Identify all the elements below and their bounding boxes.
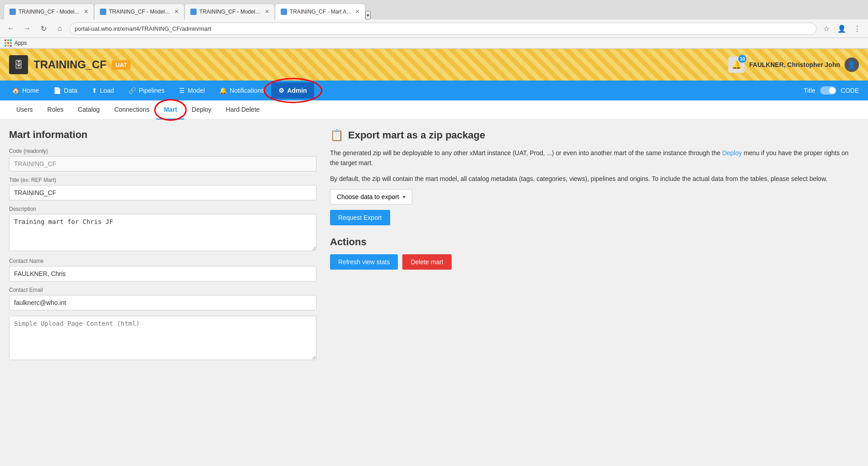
app-logo: 🗄 TRAINING_CF UAT [9,55,131,74]
nav-load-label: Load [100,87,114,94]
contact-email-field: Contact Email [9,287,316,310]
app-header: 🗄 TRAINING_CF UAT 🔔 10 FAULKNER, Christo… [0,49,868,81]
tab-title-4: TRAINING_CF - Mart Administrat... [290,9,353,15]
tab-close-3[interactable]: × [265,8,269,16]
tab-close-2[interactable]: × [175,8,179,16]
main-nav: 🏠 Home 📄 Data ⬆ Load 🔗 Pipelines ☰ Model… [0,81,868,100]
tab-close-4[interactable]: × [355,8,359,16]
refresh-view-stats-button[interactable]: Refresh view stats [330,254,398,270]
toggle-track[interactable] [820,86,836,95]
actions-section: Actions Refresh view stats Delete mart [330,236,859,270]
contact-name-input[interactable] [9,266,316,281]
user-name: FAULKNER, Christopher John [749,61,840,68]
sub-nav-connections[interactable]: Connections [107,100,157,119]
left-panel: Mart information Code (readonly) Title (… [9,129,316,367]
admin-nav-wrapper: ⚙ Admin [271,82,314,99]
actions-buttons: Refresh view stats Delete mart [330,254,859,270]
title-input[interactable] [9,185,316,200]
nav-data[interactable]: 📄 Data [46,81,85,100]
tab-title-2: TRAINING_CF - Model - Edit [109,9,172,15]
title-code-toggle[interactable] [820,86,836,95]
tab-title-3: TRAINING_CF - Model - Edit [199,9,262,15]
code-input [9,156,316,171]
sub-nav-users[interactable]: Users [9,100,40,119]
toggle-thumb [829,87,835,94]
tab-favicon-4 [281,9,287,15]
nav-home-button[interactable]: ⌂ [53,22,66,35]
browser-action-buttons: ☆ 👤 ⋮ [820,22,863,35]
home-icon: 🏠 [12,87,19,94]
sub-nav-deploy[interactable]: Deploy [184,100,219,119]
browser-menu-button[interactable]: ⋮ [851,22,863,35]
new-tab-button[interactable]: + [365,11,371,19]
request-export-button[interactable]: Request Export [330,210,390,225]
apps-label[interactable]: Apps [14,40,27,46]
upload-page-textarea[interactable] [9,316,316,360]
user-avatar[interactable]: 👤 [844,57,859,72]
contact-name-field: Contact Name [9,258,316,281]
description-textarea[interactable]: Training mart for Chris JF [9,214,316,251]
data-icon: 📄 [53,87,61,94]
code-field: Code (readonly) [9,148,316,171]
notification-badge: 10 [738,55,746,63]
nav-notifications[interactable]: 🔔 Notifications [212,81,271,100]
delete-mart-button[interactable]: Delete mart [402,254,451,270]
browser-tab-3[interactable]: TRAINING_CF - Model - Edit × [184,4,275,19]
apps-bar: Apps [0,38,868,48]
nav-back-button[interactable]: ← [5,22,17,35]
export-description-1: The generated zip will be deployable to … [330,148,859,168]
apps-grid-icon [5,39,12,47]
browser-tabs: TRAINING_CF - Model - Edit × TRAINING_CF… [0,0,868,19]
uat-badge: UAT [112,60,131,70]
nav-model[interactable]: ☰ Model [172,81,212,100]
code-label: Code (readonly) [9,148,316,154]
browser-address-bar: ← → ↻ ⌂ ☆ 👤 ⋮ [0,19,868,38]
tab-favicon-2 [100,9,106,15]
contact-email-label: Contact Email [9,287,316,293]
page-content: Mart information Code (readonly) Title (… [0,120,868,376]
nav-refresh-button[interactable]: ↻ [37,22,50,35]
tab-favicon-3 [190,9,197,15]
chevron-down-icon: ▾ [403,194,406,200]
sub-nav-catalog[interactable]: Catalog [71,100,107,119]
sub-nav: Users Roles Catalog Connections Mart Dep… [0,100,868,120]
nav-admin[interactable]: ⚙ Admin [271,82,314,99]
nav-right: Title CODE [804,86,863,95]
contact-name-label: Contact Name [9,258,316,264]
address-bar-input[interactable] [70,23,816,35]
export-title: 📋 Export mart as a zip package [330,129,859,142]
browser-tab-2[interactable]: TRAINING_CF - Model - Edit × [94,4,184,19]
dropdown-label: Choose data to export [337,193,399,200]
user-profile-button[interactable]: 👤 [835,22,848,35]
logo-icon-symbol: 🗄 [14,60,23,70]
choose-data-dropdown[interactable]: Choose data to export ▾ [330,189,412,204]
sub-nav-mart[interactable]: Mart [156,100,184,119]
description-label: Description [9,206,316,212]
export-section: 📋 Export mart as a zip package The gener… [330,129,859,225]
contact-email-input[interactable] [9,295,316,310]
nav-forward-button[interactable]: → [21,22,33,35]
nav-pipelines[interactable]: 🔗 Pipelines [121,81,172,100]
title-label: Title [804,87,816,94]
tab-close-1[interactable]: × [84,8,88,16]
nav-data-label: Data [64,87,77,94]
export-desc-text-2: By default, the zip will contain the mar… [330,175,827,182]
notification-icon[interactable]: 🔔 10 [728,57,745,73]
browser-tab-1[interactable]: TRAINING_CF - Model - Edit × [4,4,94,19]
app-title: TRAINING_CF [33,58,106,71]
nav-model-label: Model [188,87,205,94]
nav-load[interactable]: ⬆ Load [85,81,121,100]
deploy-link[interactable]: Deploy [722,149,742,157]
notifications-icon: 🔔 [219,87,227,94]
tab-title-1: TRAINING_CF - Model - Edit [19,9,81,15]
sub-nav-roles[interactable]: Roles [40,100,71,119]
mart-nav-wrapper: Mart [156,100,184,119]
browser-tab-4[interactable]: TRAINING_CF - Mart Administrat... × [275,4,365,19]
mart-info-title: Mart information [9,129,316,141]
sub-nav-hard-delete[interactable]: Hard Delete [219,100,267,119]
description-field: Description Training mart for Chris JF [9,206,316,252]
actions-title: Actions [330,236,859,248]
bookmark-button[interactable]: ☆ [820,22,833,35]
export-desc-text-1: The generated zip will be deployable to … [330,149,722,157]
nav-home[interactable]: 🏠 Home [5,81,46,100]
